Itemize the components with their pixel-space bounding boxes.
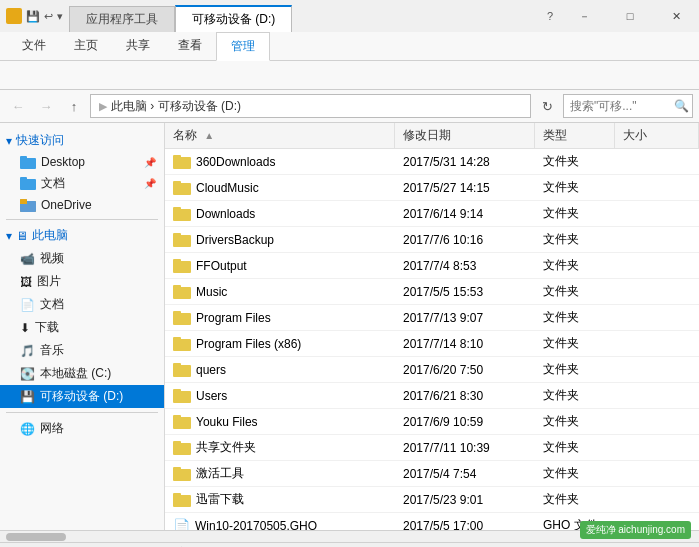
ribbon-tab-file[interactable]: 文件 — [8, 32, 60, 60]
tab-removable-device[interactable]: 可移动设备 (D:) — [175, 5, 292, 32]
main-area: ▾ 快速访问 Desktop 📌 文档 📌 On — [0, 123, 699, 530]
ribbon-tab-view[interactable]: 查看 — [164, 32, 216, 60]
drive-icon: 💾 — [20, 390, 35, 404]
file-date-cell: 2017/5/5 15:53 — [395, 283, 535, 301]
minimize-button[interactable]: － — [561, 0, 607, 32]
file-icon: 📄 — [173, 518, 190, 531]
col-header-date[interactable]: 修改日期 — [395, 123, 535, 148]
file-type-cell: 文件夹 — [535, 203, 615, 224]
folder-icon — [173, 337, 191, 351]
sidebar-item-onedrive[interactable]: OneDrive — [0, 195, 164, 215]
file-name-text: Music — [196, 285, 227, 299]
table-row[interactable]: Downloads2017/6/14 9:14文件夹 — [165, 201, 699, 227]
col-header-size[interactable]: 大小 — [615, 123, 699, 148]
close-button[interactable]: ✕ — [653, 0, 699, 32]
file-date-cell: 2017/5/27 14:15 — [395, 179, 535, 197]
col-header-type[interactable]: 类型 — [535, 123, 615, 148]
col-header-name[interactable]: 名称 ▲ — [165, 123, 395, 148]
forward-button[interactable]: → — [34, 94, 58, 118]
maximize-button[interactable]: □ — [607, 0, 653, 32]
file-name-text: 迅雷下载 — [196, 491, 244, 508]
quick-access-save[interactable]: 💾 — [26, 10, 40, 23]
file-name-cell: quers — [165, 361, 395, 379]
picture-icon: 🖼 — [20, 275, 32, 289]
table-row[interactable]: Music2017/5/5 15:53文件夹 — [165, 279, 699, 305]
sidebar-item-label: 文档 — [41, 175, 65, 192]
sidebar-item-documents-quick[interactable]: 文档 📌 — [0, 172, 164, 195]
folder-icon — [173, 415, 191, 429]
status-bar: 16 个项目 选中 1 个项目 55 字节 — [0, 542, 699, 547]
breadcrumb: 此电脑 › 可移动设备 (D:) — [111, 98, 241, 115]
quick-access-header[interactable]: ▾ 快速访问 — [0, 129, 164, 152]
sidebar-item-videos[interactable]: 📹 视频 — [0, 247, 164, 270]
folder-icon — [173, 233, 191, 247]
sidebar-item-desktop[interactable]: Desktop 📌 — [0, 152, 164, 172]
quick-access-label: 快速访问 — [16, 132, 64, 149]
ribbon-tab-manage[interactable]: 管理 — [216, 32, 270, 61]
sidebar-item-pictures[interactable]: 🖼 图片 — [0, 270, 164, 293]
file-name-text: 共享文件夹 — [196, 439, 256, 456]
back-button[interactable]: ← — [6, 94, 30, 118]
ribbon-tab-share[interactable]: 共享 — [112, 32, 164, 60]
table-row[interactable]: 360Downloads2017/5/31 14:28文件夹 — [165, 149, 699, 175]
sidebar-item-downloads[interactable]: ⬇ 下载 — [0, 316, 164, 339]
file-date-cell: 2017/7/4 8:53 — [395, 257, 535, 275]
sidebar-item-removable-d[interactable]: 💾 可移动设备 (D:) — [0, 385, 164, 408]
sidebar-item-network[interactable]: 🌐 网络 — [0, 417, 164, 440]
table-row[interactable]: Youku Files2017/6/9 10:59文件夹 — [165, 409, 699, 435]
sidebar-item-label: 下载 — [35, 319, 59, 336]
sidebar-item-label: 网络 — [40, 420, 64, 437]
scrollbar-thumb[interactable] — [6, 533, 66, 541]
sidebar-item-label: 文档 — [40, 296, 64, 313]
chevron-icon: ▾ — [6, 229, 12, 243]
file-name-cell: 📄Win10-20170505.GHO — [165, 516, 395, 531]
file-date-cell: 2017/6/14 9:14 — [395, 205, 535, 223]
this-pc-header[interactable]: ▾ 🖥 此电脑 — [0, 224, 164, 247]
file-name-text: Win10-20170505.GHO — [195, 519, 317, 531]
tab-app-tools[interactable]: 应用程序工具 — [69, 6, 175, 32]
table-row[interactable]: Program Files (x86)2017/7/14 8:10文件夹 — [165, 331, 699, 357]
table-row[interactable]: DriversBackup2017/7/6 10:16文件夹 — [165, 227, 699, 253]
file-name-cell: 共享文件夹 — [165, 437, 395, 458]
quick-access-dropdown[interactable]: ▾ — [57, 10, 63, 23]
file-name-text: Downloads — [196, 207, 255, 221]
sidebar-item-local-disk-c[interactable]: 💽 本地磁盘 (C:) — [0, 362, 164, 385]
help-button[interactable]: ? — [539, 10, 561, 22]
folder-icon — [173, 467, 191, 481]
table-row[interactable]: 共享文件夹2017/7/11 10:39文件夹 — [165, 435, 699, 461]
file-list[interactable]: 名称 ▲ 修改日期 类型 大小 360Downloads2017/5/31 14… — [165, 123, 699, 530]
file-type-cell: 文件夹 — [535, 177, 615, 198]
address-path[interactable]: ▶ 此电脑 › 可移动设备 (D:) — [90, 94, 531, 118]
file-type-cell: 文件夹 — [535, 307, 615, 328]
table-row[interactable]: FFOutput2017/7/4 8:53文件夹 — [165, 253, 699, 279]
folder-icon — [20, 177, 36, 190]
up-button[interactable]: ↑ — [62, 94, 86, 118]
table-row[interactable]: quers2017/6/20 7:50文件夹 — [165, 357, 699, 383]
music-icon: 🎵 — [20, 344, 35, 358]
file-type-cell: 文件夹 — [535, 151, 615, 172]
sidebar-item-music[interactable]: 🎵 音乐 — [0, 339, 164, 362]
file-name-cell: Music — [165, 283, 395, 301]
table-row[interactable]: Program Files2017/7/13 9:07文件夹 — [165, 305, 699, 331]
table-row[interactable]: CloudMusic2017/5/27 14:15文件夹 — [165, 175, 699, 201]
file-name-cell: Downloads — [165, 205, 395, 223]
refresh-button[interactable]: ↻ — [535, 94, 559, 118]
sidebar-item-documents[interactable]: 📄 文档 — [0, 293, 164, 316]
title-bar: 💾 ↩ ▾ 应用程序工具 可移动设备 (D:) ? － □ ✕ — [0, 0, 699, 32]
divider — [6, 412, 158, 413]
folder-icon — [173, 259, 191, 273]
search-input[interactable] — [570, 99, 670, 113]
table-row[interactable]: 激活工具2017/5/4 7:54文件夹 — [165, 461, 699, 487]
folder-icon — [173, 493, 191, 507]
file-name-text: Youku Files — [196, 415, 258, 429]
file-size-cell — [615, 264, 699, 268]
drive-icon: 💽 — [20, 367, 35, 381]
file-rows: 360Downloads2017/5/31 14:28文件夹CloudMusic… — [165, 149, 699, 530]
quick-access-undo[interactable]: ↩ — [44, 10, 53, 23]
file-name-text: Program Files — [196, 311, 271, 325]
file-size-cell — [615, 420, 699, 424]
table-row[interactable]: Users2017/6/21 8:30文件夹 — [165, 383, 699, 409]
table-row[interactable]: 迅雷下载2017/5/23 9:01文件夹 — [165, 487, 699, 513]
ribbon-tab-home[interactable]: 主页 — [60, 32, 112, 60]
file-date-cell: 2017/7/13 9:07 — [395, 309, 535, 327]
